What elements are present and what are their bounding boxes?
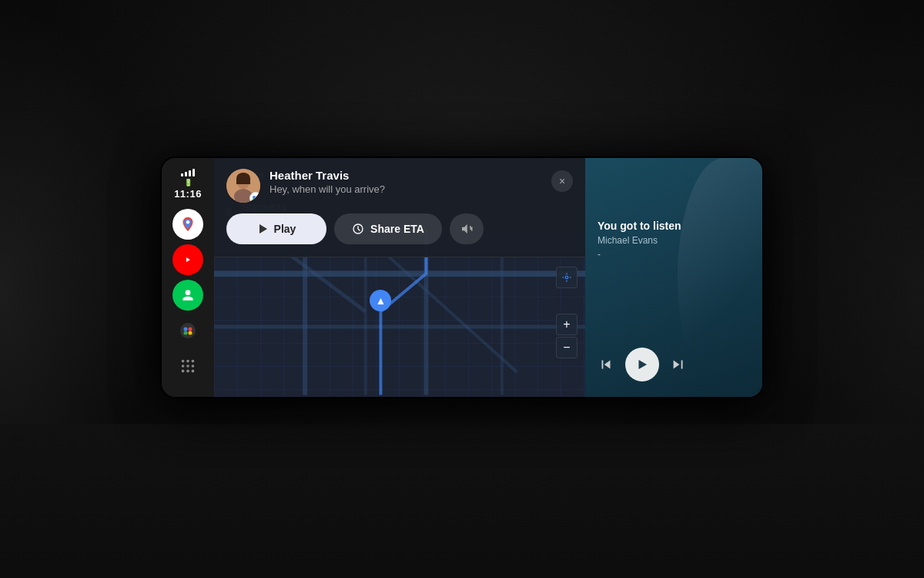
- play-button[interactable]: Play: [226, 213, 326, 244]
- signal-bar-1: [181, 173, 183, 176]
- next-track-button[interactable]: [670, 356, 687, 373]
- avatar-badge: [249, 192, 260, 203]
- zoom-out-button[interactable]: −: [556, 337, 578, 358]
- sidebar-item-youtube[interactable]: [172, 244, 203, 275]
- music-panel: You got to listen Michael Evans -: [585, 158, 762, 397]
- svg-point-15: [186, 370, 189, 373]
- svg-point-0: [186, 220, 190, 224]
- sidebar-item-contacts[interactable]: [172, 280, 203, 311]
- svg-point-16: [192, 370, 195, 373]
- location-button[interactable]: [556, 267, 578, 288]
- status-bar: 🔋 11:16: [174, 169, 202, 200]
- contact-avatar: [226, 169, 260, 203]
- svg-marker-41: [639, 360, 648, 369]
- svg-point-2: [186, 290, 191, 295]
- prev-track-icon: [598, 356, 614, 373]
- nav-arrow-inner: ▲: [370, 290, 391, 311]
- svg-point-3: [180, 323, 196, 338]
- svg-point-34: [253, 198, 256, 201]
- sidebar: 🔋 11:16: [162, 158, 214, 397]
- svg-point-12: [186, 365, 189, 368]
- notification-overlay: Heather Travis Hey, when will you arrive…: [214, 158, 585, 257]
- svg-point-10: [192, 360, 195, 363]
- svg-marker-36: [259, 224, 267, 234]
- svg-rect-31: [236, 178, 250, 184]
- svg-point-8: [182, 360, 185, 363]
- signal-bars: [181, 169, 195, 176]
- maps-icon: [179, 216, 196, 233]
- dashboard-surface: [0, 424, 924, 578]
- zoom-in-button[interactable]: +: [556, 314, 578, 335]
- music-artist: Michael Evans: [598, 235, 750, 246]
- share-eta-label: Share ETA: [370, 223, 424, 235]
- mute-button[interactable]: [450, 213, 484, 244]
- map-area: ⌂ Home 18 mi 🖥 Starbucks 23 min • 9.4 mi…: [214, 158, 585, 397]
- svg-point-35: [256, 198, 259, 201]
- music-title: You got to listen: [598, 220, 750, 232]
- signal-bar-3: [189, 170, 191, 176]
- prev-track-button[interactable]: [598, 356, 614, 373]
- sidebar-item-apps[interactable]: [172, 351, 203, 381]
- time-display: 11:16: [174, 188, 202, 200]
- signal-bar-4: [192, 169, 195, 176]
- sidebar-item-assistant[interactable]: [172, 315, 203, 346]
- assistant-icon: [179, 321, 197, 340]
- next-track-icon: [670, 356, 687, 373]
- music-play-icon: [635, 358, 649, 371]
- notification-message: Hey, when will you arrive?: [270, 183, 542, 195]
- apps-grid-icon: [179, 358, 196, 375]
- sidebar-item-google-maps[interactable]: [172, 209, 203, 240]
- notification-header: Heather Travis Hey, when will you arrive…: [226, 169, 573, 203]
- svg-point-9: [186, 360, 189, 363]
- android-auto-screen: 🔋 11:16: [162, 158, 762, 397]
- svg-point-26: [565, 276, 568, 279]
- clock-icon: [352, 223, 364, 235]
- notification-content: Heather Travis Hey, when will you arrive…: [270, 169, 542, 195]
- svg-point-14: [182, 370, 185, 373]
- zoom-controls: + −: [556, 314, 578, 358]
- svg-point-5: [189, 328, 192, 331]
- play-label: Play: [274, 223, 296, 235]
- music-controls: [598, 348, 750, 381]
- notification-close-button[interactable]: ×: [551, 170, 573, 192]
- svg-point-7: [189, 331, 192, 335]
- music-play-button[interactable]: [625, 348, 659, 381]
- signal-bar-2: [185, 172, 187, 176]
- contacts-icon: [180, 287, 196, 303]
- play-icon: [257, 223, 268, 234]
- svg-point-4: [184, 328, 188, 331]
- share-eta-button[interactable]: Share ETA: [334, 213, 442, 244]
- svg-point-11: [182, 365, 185, 368]
- google-badge-icon: [252, 194, 259, 202]
- battery-icon: 🔋: [184, 179, 192, 187]
- svg-point-6: [184, 331, 188, 335]
- svg-point-13: [192, 365, 195, 368]
- location-icon: [561, 272, 572, 283]
- music-content: You got to listen Michael Evans -: [598, 173, 750, 381]
- youtube-icon: [180, 254, 196, 265]
- notification-actions: Play Share ETA: [226, 213, 573, 244]
- mute-icon: [460, 222, 474, 236]
- music-dash: -: [598, 249, 750, 260]
- notification-sender: Heather Travis: [270, 169, 542, 182]
